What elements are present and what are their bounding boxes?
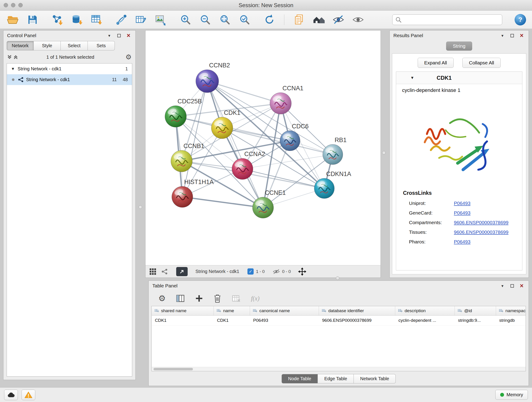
scrollbar-thumb[interactable]: [153, 368, 193, 370]
copy-document-button[interactable]: [292, 13, 306, 27]
edge-HIST1H1A-CCNE1[interactable]: [182, 197, 263, 208]
home-button[interactable]: [312, 13, 326, 27]
panel-resize-handle[interactable]: [382, 151, 386, 154]
close-table-button[interactable]: ×: [519, 283, 525, 289]
create-column-button[interactable]: [195, 294, 203, 303]
disclosure-triangle-icon[interactable]: ▼: [410, 76, 414, 80]
expand-all-button[interactable]: Expand All: [418, 58, 454, 68]
first-neighbors-button[interactable]: [114, 13, 128, 27]
collapse-results-button[interactable]: ▼: [499, 32, 506, 39]
export-network-button[interactable]: [134, 13, 148, 27]
network-edge-count: 48: [123, 77, 128, 82]
zoom-in-button[interactable]: [179, 13, 192, 27]
crosslink-row: Tissues:9606.ENSP00000378699: [396, 227, 522, 237]
hide-selected-button[interactable]: [331, 13, 345, 27]
save-floppy-icon: [27, 14, 38, 26]
tab-string[interactable]: String: [446, 41, 472, 51]
delete-column-button[interactable]: [213, 294, 222, 303]
tab-style[interactable]: Style: [34, 41, 61, 51]
crosslink-link[interactable]: 9606.ENSP00000378699: [454, 220, 508, 225]
column-header-name[interactable]: name: [214, 306, 250, 315]
panel-resize-handle[interactable]: [336, 276, 339, 280]
show-columns-button[interactable]: [176, 294, 185, 303]
sort-column-icon: [322, 308, 326, 313]
node-HIST1H1A[interactable]: HIST1H1A: [172, 179, 214, 207]
tab-network[interactable]: Network: [7, 41, 34, 51]
collapse-table-button[interactable]: ▼: [499, 283, 506, 289]
zoom-out-button[interactable]: [198, 13, 212, 27]
question-mark-icon: ?: [518, 16, 522, 23]
node-CDKN1A[interactable]: CDKN1A: [314, 171, 351, 198]
import-table-button[interactable]: [90, 13, 104, 27]
node-CCNE1[interactable]: CCNE1: [253, 189, 286, 218]
panel-resize-handle[interactable]: [139, 205, 142, 209]
gene-header-row[interactable]: ▼ CDK1: [396, 72, 522, 84]
refresh-view-button[interactable]: [263, 13, 276, 27]
open-session-button[interactable]: [6, 13, 20, 27]
tab-network-table[interactable]: Network Table: [354, 374, 396, 383]
grid-view-button[interactable]: [149, 268, 157, 275]
warnings-button[interactable]: [22, 390, 35, 400]
node-CDC25B[interactable]: CDC25B: [165, 98, 202, 127]
tab-select[interactable]: Select: [61, 41, 88, 51]
tab-sets[interactable]: Sets: [88, 41, 115, 51]
node-CDC6[interactable]: CDC6: [280, 123, 309, 151]
close-window-button[interactable]: [4, 3, 8, 7]
horizontal-scrollbar[interactable]: [152, 367, 526, 371]
network-collection-label: String Network - cdk1: [18, 66, 125, 71]
column-header-canonical-name[interactable]: canonical name: [250, 306, 319, 315]
cloud-status-button[interactable]: [4, 390, 18, 400]
show-all-button[interactable]: [351, 13, 365, 27]
zoom-window-button[interactable]: [18, 3, 23, 7]
column-header-description[interactable]: description: [395, 306, 455, 315]
minimize-window-button[interactable]: [11, 3, 15, 7]
table-options-button[interactable]: ⚙: [158, 294, 166, 303]
help-button[interactable]: ?: [515, 14, 526, 26]
close-results-button[interactable]: ×: [519, 32, 525, 39]
column-header-namespace[interactable]: namespace: [496, 306, 526, 315]
node-CDK1[interactable]: CDK1: [211, 109, 240, 139]
float-results-button[interactable]: [509, 32, 515, 39]
network-overview-button[interactable]: [161, 268, 168, 275]
import-network-database-button[interactable]: [70, 13, 84, 27]
node-CCNB2[interactable]: CCNB2: [196, 62, 230, 93]
save-session-button[interactable]: [26, 13, 39, 27]
close-panel-button[interactable]: ×: [125, 32, 132, 39]
selection-status-text: 1 of 1 Network selected: [46, 55, 94, 60]
collapse-panel-button[interactable]: ▼: [106, 32, 113, 39]
network-canvas[interactable]: CCNB2CCNA1CDC25BCDK1CDC6RB1CCNB1CCNA2CDK…: [146, 31, 380, 265]
node-table: shared namenamecanonical namedatabase id…: [152, 306, 526, 371]
crosslink-link[interactable]: 9606.ENSP00000378699: [454, 230, 508, 235]
network-options-button[interactable]: ⚙: [125, 54, 132, 60]
collapse-all-button[interactable]: Collapse All: [462, 58, 501, 68]
plus-icon: [195, 294, 203, 303]
disclosure-triangle-icon[interactable]: ▼: [11, 67, 15, 71]
edge-CCNB2-CCNE1[interactable]: [207, 81, 263, 208]
delete-table-button[interactable]: [232, 294, 241, 303]
float-panel-button[interactable]: [116, 32, 122, 39]
function-builder-button[interactable]: f(x): [251, 295, 259, 302]
node-CCNA1[interactable]: CCNA1: [270, 85, 303, 114]
zoom-fit-button[interactable]: [218, 13, 232, 27]
pan-tool-button[interactable]: [298, 268, 306, 276]
table-row[interactable]: CDK1CDK1P064939606.ENSP00000378699cyclin…: [152, 316, 526, 325]
crosslink-link[interactable]: P06493: [454, 239, 470, 245]
node-RB1[interactable]: RB1: [323, 137, 346, 165]
column-header--id[interactable]: @id: [455, 306, 496, 315]
tab-edge-table[interactable]: Edge Table: [318, 374, 354, 383]
import-network-file-button[interactable]: [51, 13, 64, 27]
column-header-database-identifier[interactable]: database identifier: [319, 306, 395, 315]
crosslink-link[interactable]: P06493: [454, 210, 470, 216]
memory-button[interactable]: Memory: [495, 390, 528, 400]
column-header-shared-name[interactable]: shared name: [152, 306, 214, 315]
search-input[interactable]: [392, 14, 502, 25]
network-row-selected[interactable]: String Network - cdk1 11 48: [7, 74, 132, 85]
expand-collapse-tree-icon[interactable]: [7, 54, 19, 60]
network-collection-row[interactable]: ▼ String Network - cdk1 1: [7, 64, 132, 74]
tab-node-table[interactable]: Node Table: [282, 374, 318, 383]
zoom-selected-button[interactable]: [238, 13, 252, 27]
open-in-window-button[interactable]: [176, 267, 188, 276]
crosslink-link[interactable]: P06493: [454, 201, 470, 206]
export-image-button[interactable]: [154, 13, 168, 27]
float-table-button[interactable]: [509, 283, 515, 289]
